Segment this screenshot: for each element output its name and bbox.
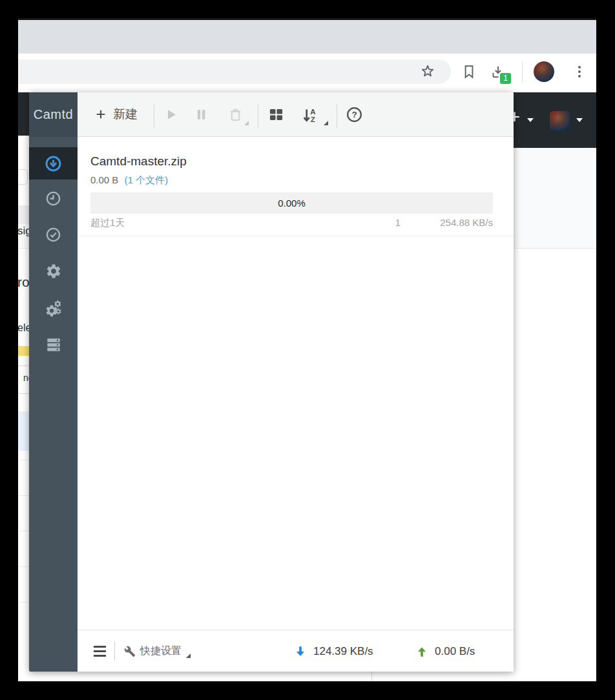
sort-dropdown-corner-icon[interactable] (324, 121, 328, 125)
question-mark: ? (351, 110, 357, 119)
arrow-up-icon (415, 644, 429, 659)
popup-statusbar: 快捷设置 124.39 KB/s 0.00 B/s (78, 630, 514, 672)
toolbar-divider (154, 104, 154, 129)
sort-letter-a: A (310, 108, 315, 116)
check-circle-icon (45, 227, 61, 243)
browser-window: 1 + sig ro ele no (18, 18, 596, 681)
sidebar-item-waiting[interactable] (29, 182, 78, 214)
download-size: 0.00 B (90, 174, 118, 185)
statusbar-divider (114, 641, 115, 661)
wrench-icon (124, 646, 136, 657)
resume-button[interactable] (162, 106, 180, 123)
download-connections: 1 (395, 217, 401, 228)
help-button[interactable]: ? (346, 106, 363, 123)
chrome-menu-icon[interactable] (571, 63, 588, 80)
new-task-button[interactable]: 新建 (94, 92, 138, 136)
bookmark-flag-icon[interactable] (461, 63, 477, 80)
toolbar-divider (522, 61, 523, 83)
download-speed: 254.88 KB/s (440, 217, 493, 228)
sort-letter-z: Z (311, 116, 315, 123)
global-download-speed: 124.39 KB/s (313, 645, 373, 658)
camtd-popup: Camtd (29, 92, 514, 672)
popup-toolbar: 新建 A Z (78, 92, 514, 137)
page-row-line (18, 531, 29, 531)
browser-tab-strip (18, 18, 596, 54)
page-heading-fragment: ro (18, 274, 30, 290)
quick-settings-label: 快捷设置 (140, 644, 182, 658)
upload-speed-indicator: 0.00 B/s (415, 630, 475, 672)
download-item[interactable]: Camtd-master.zip 0.00 B (1 个文件) 0.00% 超过… (78, 137, 514, 236)
gear-icon (45, 263, 62, 280)
bookmark-star-icon[interactable] (419, 63, 436, 80)
page-table-cell-fragment: no (18, 365, 29, 394)
download-count-badge: 1 (500, 73, 511, 84)
sidebar-item-servers[interactable] (29, 328, 78, 360)
popup-sidebar: Camtd (29, 92, 78, 672)
quick-settings-corner-icon (186, 654, 191, 658)
clock-icon (45, 190, 61, 207)
page-selected-row-fragment (18, 411, 29, 451)
toolbar-divider (258, 104, 258, 129)
sidebar-item-settings[interactable] (29, 255, 78, 287)
download-progress-bar: 0.00% (90, 192, 493, 214)
address-bar[interactable] (18, 59, 451, 84)
view-grid-button[interactable] (267, 106, 285, 123)
arrow-down-icon (293, 644, 308, 659)
page-highlight-fragment (18, 346, 29, 356)
sidebar-item-downloading[interactable] (29, 147, 78, 180)
page-avatar[interactable] (550, 111, 570, 131)
toolbar-divider (337, 104, 337, 129)
download-speed-indicator: 124.39 KB/s (293, 630, 373, 672)
download-circle-icon (45, 155, 62, 172)
download-size-line: 0.00 B (1 个文件) (90, 174, 168, 187)
page-row-line (18, 566, 29, 567)
page-column-line (371, 672, 372, 681)
gears-icon (44, 299, 63, 318)
global-upload-speed: 0.00 B/s (435, 645, 475, 658)
profile-avatar[interactable] (534, 61, 554, 82)
delete-button[interactable] (227, 106, 244, 123)
sidebar-item-advanced-settings[interactable] (29, 293, 78, 325)
download-files-link[interactable]: (1 个文件) (125, 174, 169, 185)
sort-button[interactable]: A Z (300, 106, 319, 125)
page-row-line (18, 495, 29, 496)
item-divider (78, 236, 514, 236)
download-eta: 超过1天 (90, 217, 125, 229)
page-row-line (18, 602, 29, 602)
browser-toolbar: 1 (18, 54, 596, 92)
delete-dropdown-corner-icon[interactable] (244, 121, 249, 125)
page-button-fragment (18, 169, 28, 185)
new-task-label: 新建 (113, 106, 138, 123)
plus-icon (94, 108, 107, 121)
download-name: Camtd-master.zip (90, 154, 187, 169)
caret-down-icon[interactable] (576, 118, 583, 122)
brand-logo: Camtd (29, 92, 78, 137)
page-row-line (18, 460, 29, 460)
page-gray-box-fragment (18, 205, 29, 224)
pause-button[interactable] (193, 106, 210, 123)
caret-down-icon[interactable] (527, 118, 534, 122)
download-list: Camtd-master.zip 0.00 B (1 个文件) 0.00% 超过… (78, 137, 514, 630)
server-stack-icon (45, 336, 62, 353)
sidebar-item-stopped[interactable] (29, 218, 78, 251)
menu-hamburger-icon[interactable] (94, 646, 106, 657)
quick-settings-button[interactable]: 快捷设置 (124, 630, 191, 672)
screenshot-canvas: { "colors": { "accent_blue": "#3f92dc", … (0, 0, 615, 700)
